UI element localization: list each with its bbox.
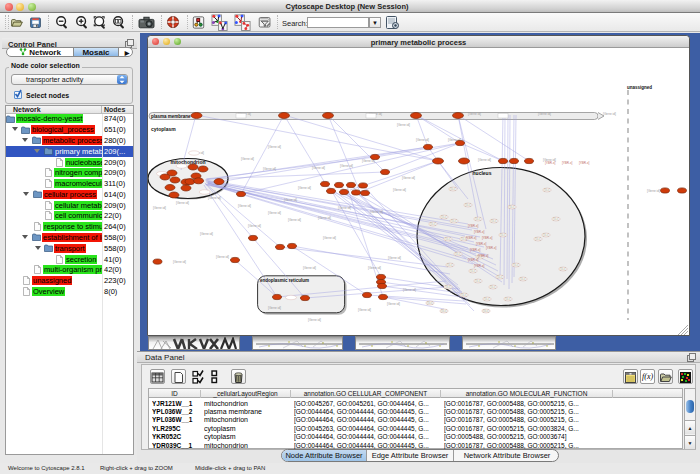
svg-text:[G-x]: [G-x] xyxy=(543,233,549,237)
svg-text:[Gene id]: [Gene id] xyxy=(340,164,353,168)
svg-text:[Gene id]: [Gene id] xyxy=(468,112,481,116)
svg-text:[Gene id]: [Gene id] xyxy=(393,188,406,192)
svg-text:[Gene id]: [Gene id] xyxy=(323,236,336,240)
svg-text:[YBR-x]: [YBR-x] xyxy=(466,236,477,240)
svg-text:[Gene id]: [Gene id] xyxy=(308,318,321,322)
svg-text:[Gene id]: [Gene id] xyxy=(216,255,229,259)
svg-text:[Gene id]: [Gene id] xyxy=(268,306,281,310)
svg-text:[G-x]: [G-x] xyxy=(484,297,490,301)
svg-text:mitochondrion: mitochondrion xyxy=(171,159,206,165)
svg-text:[YBR-x]: [YBR-x] xyxy=(468,224,479,228)
svg-text:[G-x]: [G-x] xyxy=(560,267,566,271)
svg-text:[Gene id]: [Gene id] xyxy=(387,302,400,306)
svg-text:[Gene id]: [Gene id] xyxy=(312,166,325,170)
svg-text:[G-x]: [G-x] xyxy=(497,275,503,279)
svg-text:[Gene id]: [Gene id] xyxy=(241,157,254,161)
svg-text:nucleus: nucleus xyxy=(473,170,492,176)
svg-text:[Gene id]: [Gene id] xyxy=(303,266,316,270)
svg-text:[G-x]: [G-x] xyxy=(475,217,481,221)
svg-text:[G-x]: [G-x] xyxy=(461,293,467,297)
svg-text:[YBR-x]: [YBR-x] xyxy=(474,230,485,234)
svg-text:[Gene id]: [Gene id] xyxy=(208,196,221,200)
svg-text:[G-x]: [G-x] xyxy=(470,269,476,273)
svg-text:plasma membrane: plasma membrane xyxy=(151,114,191,119)
svg-text:[G-x]: [G-x] xyxy=(520,277,526,281)
svg-text:[G-x]: [G-x] xyxy=(509,205,515,209)
svg-text:[G-x]: [G-x] xyxy=(475,279,481,283)
svg-text:[Gene id]: [Gene id] xyxy=(288,218,301,222)
svg-text:[G-x]: [G-x] xyxy=(445,285,451,289)
svg-text:[YBR-x]: [YBR-x] xyxy=(486,246,497,250)
svg-text:unassigned: unassigned xyxy=(627,85,652,90)
svg-text:[Gene id]: [Gene id] xyxy=(647,189,660,193)
svg-text:[Gene id]: [Gene id] xyxy=(370,210,383,214)
svg-text:[YBR-x]: [YBR-x] xyxy=(562,161,573,165)
svg-text:[Gene id]: [Gene id] xyxy=(368,266,381,270)
svg-text:[Gene id]: [Gene id] xyxy=(268,145,281,149)
svg-text:[Gene id]: [Gene id] xyxy=(238,204,251,208)
svg-text:[G-x]: [G-x] xyxy=(455,252,461,256)
svg-text:[YBR-x]: [YBR-x] xyxy=(468,258,479,262)
svg-text:[G-x]: [G-x] xyxy=(500,233,506,237)
svg-text:[G-x]: [G-x] xyxy=(447,263,453,267)
svg-text:[YBR-x]: [YBR-x] xyxy=(476,242,487,246)
svg-text:[G-x]: [G-x] xyxy=(535,237,541,241)
svg-text:[G-x]: [G-x] xyxy=(465,203,471,207)
svg-text:[Gene id]: [Gene id] xyxy=(538,112,551,116)
svg-text:[YBR-x]: [YBR-x] xyxy=(579,161,590,165)
svg-text:[Gene id]: [Gene id] xyxy=(478,158,491,162)
svg-text:[G-x]: [G-x] xyxy=(483,309,489,313)
svg-text:[G-x]: [G-x] xyxy=(427,301,433,305)
svg-text:[Gene id]: [Gene id] xyxy=(200,232,213,236)
svg-text:[Gene id]: [Gene id] xyxy=(298,186,311,190)
svg-text:[G-x]: [G-x] xyxy=(491,219,497,223)
svg-text:[Gene id]: [Gene id] xyxy=(358,308,371,312)
svg-text:[Gene id]: [Gene id] xyxy=(284,198,297,202)
svg-text:[Gene id]: [Gene id] xyxy=(397,123,410,127)
svg-text:[YBR-x]: [YBR-x] xyxy=(545,161,556,165)
svg-text:[G-x]: [G-x] xyxy=(445,237,451,241)
svg-text:[Gene id]: [Gene id] xyxy=(268,211,281,215)
svg-text:[Gene id]: [Gene id] xyxy=(318,216,331,220)
svg-text:[G-x]: [G-x] xyxy=(490,285,496,289)
svg-text:[G-x]: [G-x] xyxy=(441,309,447,313)
svg-text:[Gene id]: [Gene id] xyxy=(153,206,166,210)
svg-text:[Gene id]: [Gene id] xyxy=(176,201,189,205)
svg-text:endoplasmic reticulum: endoplasmic reticulum xyxy=(260,278,309,283)
svg-text:[G-x]: [G-x] xyxy=(451,219,457,223)
svg-text:[YBR-x]: [YBR-x] xyxy=(470,248,481,252)
svg-text:[G-x]: [G-x] xyxy=(441,215,447,219)
svg-text:[Gene id]: [Gene id] xyxy=(603,112,616,116)
svg-text:[G-x]: [G-x] xyxy=(553,217,559,221)
svg-text:[YBR-x]: [YBR-x] xyxy=(474,264,485,268)
svg-text:[G-x]: [G-x] xyxy=(513,263,519,267)
svg-text:[G-x]: [G-x] xyxy=(430,222,436,226)
svg-text:[Gene id]: [Gene id] xyxy=(402,176,415,180)
svg-text:[Gene id]: [Gene id] xyxy=(388,256,401,260)
svg-text:[Gene id]: [Gene id] xyxy=(338,206,351,210)
svg-text:[Gene id]: [Gene id] xyxy=(263,167,276,171)
svg-text:[Gene id]: [Gene id] xyxy=(416,138,429,142)
svg-text:[G-x]: [G-x] xyxy=(544,188,550,192)
svg-text:[G-x]: [G-x] xyxy=(505,297,511,301)
svg-text:[G-x]: [G-x] xyxy=(450,187,456,191)
svg-text:cytoplasm: cytoplasm xyxy=(151,126,176,132)
svg-text:[Gene id]: [Gene id] xyxy=(173,260,186,264)
svg-text:[Gene id]: [Gene id] xyxy=(403,288,416,292)
svg-text:[Gene id]: [Gene id] xyxy=(248,224,261,228)
svg-text:[YBR-x]: [YBR-x] xyxy=(482,236,493,240)
svg-text:[YBR-x]: [YBR-x] xyxy=(478,254,489,258)
